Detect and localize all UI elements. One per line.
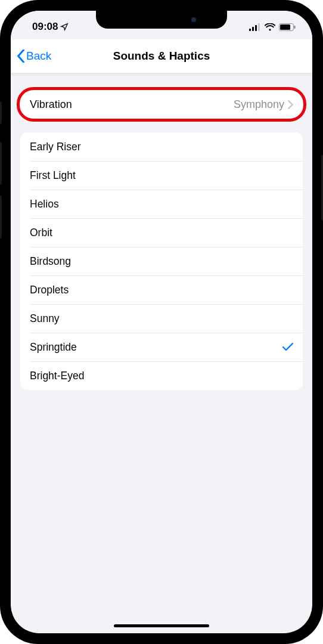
cellular-signal-icon xyxy=(249,23,261,31)
vibration-row-highlight: Vibration Symphony xyxy=(20,89,303,119)
checkmark-icon xyxy=(282,342,293,352)
svg-rect-2 xyxy=(255,25,257,31)
home-indicator[interactable] xyxy=(114,624,209,627)
nav-bar: Back Sounds & Haptics xyxy=(11,39,312,73)
nav-shadow xyxy=(11,73,312,76)
status-time: 09:08 xyxy=(32,21,58,33)
svg-rect-3 xyxy=(258,23,260,31)
sound-row[interactable]: Helios xyxy=(20,190,303,218)
sound-row[interactable]: Early Riser xyxy=(20,132,303,161)
sound-label: Bright-Eyed xyxy=(30,370,293,382)
vibration-group: Vibration Symphony xyxy=(20,89,303,119)
notch xyxy=(96,11,227,29)
front-camera xyxy=(191,17,196,22)
vibration-row[interactable]: Vibration Symphony xyxy=(20,89,303,119)
svg-rect-6 xyxy=(294,26,296,29)
location-icon xyxy=(60,23,69,31)
svg-rect-5 xyxy=(280,24,290,30)
mute-switch xyxy=(0,101,2,124)
sound-list: Early Riser First Light Helios Orbit Bir… xyxy=(20,132,303,390)
chevron-right-icon xyxy=(288,100,293,109)
status-left: 09:08 xyxy=(32,17,69,33)
sound-row[interactable]: Droplets xyxy=(20,275,303,304)
screen: 09:08 xyxy=(11,11,312,633)
sound-label: Orbit xyxy=(30,227,293,239)
sound-label: Springtide xyxy=(30,341,279,354)
phone-frame: 09:08 xyxy=(0,0,323,644)
sound-label: Sunny xyxy=(30,312,293,325)
sound-label: Early Riser xyxy=(30,141,293,153)
wifi-icon xyxy=(265,23,275,31)
sound-label: Droplets xyxy=(30,284,293,296)
sound-row[interactable]: Bright-Eyed xyxy=(20,361,303,390)
sound-row[interactable]: Orbit xyxy=(20,218,303,247)
sound-label: Birdsong xyxy=(30,255,293,268)
chevron-left-icon xyxy=(17,49,25,63)
page-title: Sounds & Haptics xyxy=(113,49,210,63)
status-right xyxy=(249,20,296,31)
svg-rect-1 xyxy=(252,27,254,31)
sound-row[interactable]: Springtide xyxy=(20,333,303,361)
sound-label: First Light xyxy=(30,169,293,182)
svg-rect-0 xyxy=(249,29,251,31)
battery-icon xyxy=(279,23,296,31)
content: Vibration Symphony Early Riser xyxy=(11,89,312,390)
vibration-label: Vibration xyxy=(30,98,234,111)
volume-down-button xyxy=(0,196,2,239)
sound-row[interactable]: First Light xyxy=(20,161,303,190)
sound-row[interactable]: Birdsong xyxy=(20,247,303,275)
vibration-value: Symphony xyxy=(234,98,284,111)
back-label: Back xyxy=(26,49,51,63)
volume-up-button xyxy=(0,142,2,185)
sound-label: Helios xyxy=(30,198,293,210)
sound-row[interactable]: Sunny xyxy=(20,304,303,333)
back-button[interactable]: Back xyxy=(17,49,51,63)
